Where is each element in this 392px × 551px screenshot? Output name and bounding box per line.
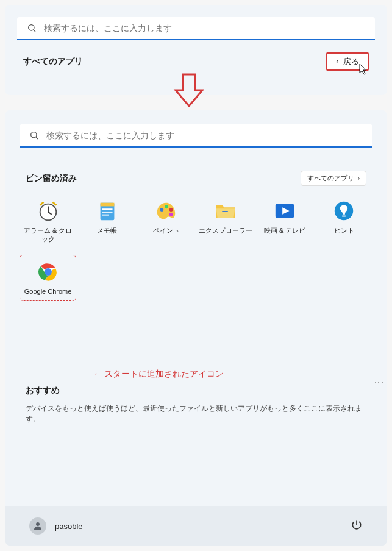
all-apps-button[interactable]: すべてのアプリ › — [301, 171, 366, 186]
app-movies-tv[interactable]: 映画 & テレビ — [257, 194, 313, 249]
start-footer: pasoble — [5, 506, 387, 546]
recommended-text: デバイスをもっと使えば使うほど、最近使ったファイルと新しいアプリがもっと多くここ… — [26, 403, 366, 424]
chevron-right-icon: › — [358, 175, 360, 182]
svg-point-12 — [169, 208, 173, 212]
svg-point-10 — [160, 208, 163, 212]
svg-point-2 — [31, 132, 37, 138]
app-label: Google Chrome — [24, 287, 72, 296]
power-button[interactable] — [351, 519, 363, 533]
svg-rect-14 — [222, 211, 228, 212]
app-google-chrome[interactable]: Google Chrome — [20, 255, 76, 301]
notepad-icon — [96, 199, 119, 222]
svg-point-11 — [165, 205, 168, 209]
recommended-title: おすすめ — [26, 385, 366, 396]
more-dots-button[interactable]: ⋮ — [373, 378, 385, 385]
app-explorer[interactable]: エクスプローラー — [197, 194, 254, 249]
alarm-icon — [37, 199, 60, 222]
user-account-button[interactable]: pasoble — [29, 517, 83, 535]
recommended-section: おすすめ デバイスをもっと使えば使うほど、最近使ったファイルと新しいアプリがもっ… — [20, 385, 372, 424]
back-button-label: 戻る — [343, 56, 359, 67]
cursor-icon — [359, 63, 369, 76]
pinned-apps-grid: アラーム & クロック メモ帳 ペイント エクスプローラー 映画 & テレビ — [20, 194, 372, 301]
chrome-icon — [37, 260, 60, 283]
start-menu-panel: ピン留め済み すべてのアプリ › アラーム & クロック メモ帳 ペイント — [5, 110, 387, 546]
pinned-header: ピン留め済み すべてのアプリ › — [26, 171, 366, 186]
search-input-main[interactable] — [46, 130, 363, 140]
back-button[interactable]: ‹ 戻る — [326, 52, 369, 71]
app-label: ペイント — [153, 226, 180, 235]
search-bar[interactable] — [17, 17, 375, 40]
app-label: アラーム & クロック — [21, 226, 75, 244]
app-tips[interactable]: ヒント — [316, 194, 372, 249]
app-label: エクスプローラー — [199, 226, 252, 235]
tips-icon — [332, 199, 355, 222]
arrow-down-annotation — [171, 72, 207, 108]
svg-line-1 — [34, 30, 35, 32]
svg-rect-8 — [102, 212, 112, 213]
app-label: ヒント — [334, 226, 354, 235]
all-apps-label: すべてのアプリ — [23, 56, 83, 67]
search-icon — [29, 130, 39, 140]
app-paint[interactable]: ペイント — [138, 194, 194, 249]
svg-line-3 — [36, 137, 38, 139]
svg-rect-6 — [100, 203, 114, 207]
pinned-title: ピン留め済み — [26, 173, 77, 184]
svg-point-0 — [29, 25, 34, 30]
svg-rect-9 — [102, 215, 109, 216]
search-bar-main[interactable] — [20, 124, 372, 148]
user-name-label: pasoble — [55, 522, 83, 531]
all-apps-button-label: すべてのアプリ — [307, 174, 354, 183]
app-alarm-clock[interactable]: アラーム & クロック — [20, 194, 76, 249]
folder-icon — [214, 199, 237, 222]
chevron-left-icon: ‹ — [336, 57, 338, 66]
user-avatar-icon — [29, 517, 46, 535]
movies-icon — [273, 199, 296, 222]
svg-point-20 — [45, 269, 51, 274]
svg-point-13 — [169, 213, 173, 216]
svg-rect-17 — [343, 216, 346, 217]
search-icon — [27, 23, 37, 33]
svg-point-21 — [36, 522, 40, 526]
paint-icon — [155, 199, 178, 222]
app-notepad[interactable]: メモ帳 — [79, 194, 135, 249]
svg-rect-7 — [102, 208, 112, 210]
search-input[interactable] — [44, 23, 365, 33]
annotation-text: ← スタートに追加されたアイコン — [93, 369, 224, 380]
all-apps-header: すべてのアプリ ‹ 戻る — [17, 52, 375, 71]
app-label: 映画 & テレビ — [264, 226, 305, 235]
app-label: メモ帳 — [97, 226, 117, 235]
